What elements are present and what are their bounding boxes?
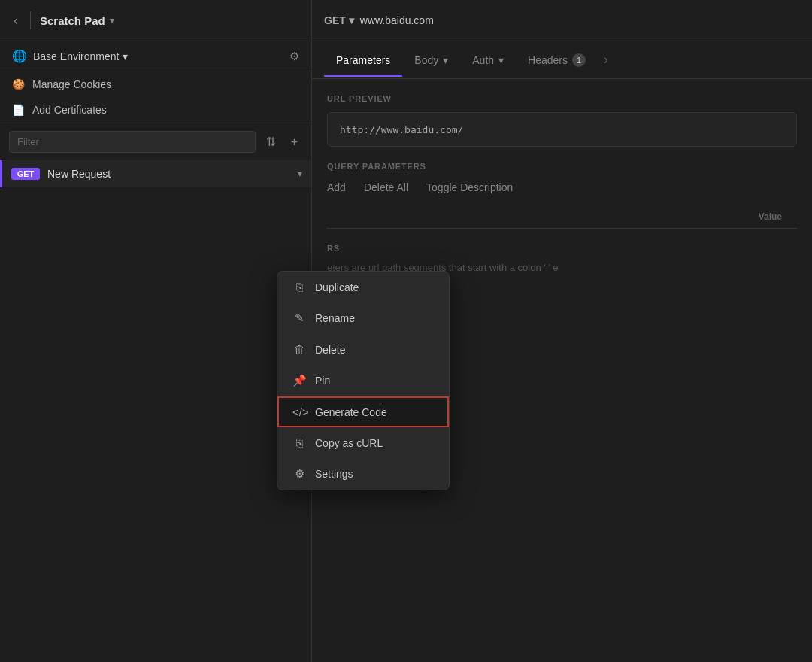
tab-auth[interactable]: Auth ▾ — [460, 44, 516, 77]
query-params-label: QUERY PARAMETERS — [327, 162, 797, 171]
method-select[interactable]: GET ▾ — [324, 14, 354, 26]
tab-parameters[interactable]: Parameters — [324, 44, 402, 77]
code-icon: </> — [292, 405, 306, 418]
menu-item-duplicate[interactable]: ⎘ Duplicate — [277, 272, 449, 302]
settings-menu-icon: ⚙ — [292, 467, 306, 481]
menu-item-rename[interactable]: ✎ Rename — [277, 302, 449, 334]
generate-code-label: Generate Code — [315, 406, 387, 418]
name-column-header — [327, 211, 555, 222]
path-params-label: RS — [327, 244, 797, 253]
add-request-button[interactable]: + — [286, 132, 302, 152]
tab-headers[interactable]: Headers 1 — [516, 43, 598, 77]
cookie-icon: 🍪 — [12, 78, 25, 90]
menu-item-copy-curl[interactable]: ⎘ Copy as cURL — [277, 427, 449, 458]
manage-cookies-link[interactable]: 🍪 Manage Cookies — [0, 71, 311, 97]
url-preview-label: URL PREVIEW — [327, 94, 797, 103]
tab-headers-label: Headers — [528, 54, 568, 66]
tab-auth-label: Auth — [472, 54, 494, 66]
params-table-header: Value — [327, 205, 797, 229]
pin-icon: 📌 — [292, 374, 306, 387]
env-label: Base Environment ▾ — [33, 50, 283, 62]
method-label: GET — [324, 14, 346, 26]
tabs-more-button[interactable]: › — [598, 41, 614, 78]
filter-bar: ⇅ + — [0, 123, 311, 160]
env-chevron[interactable]: ▾ — [123, 50, 128, 62]
filter-input[interactable] — [9, 131, 256, 153]
tab-parameters-label: Parameters — [336, 54, 390, 66]
add-param-button[interactable]: Add — [327, 181, 346, 193]
method-badge: GET — [11, 168, 40, 180]
certificate-icon: 📄 — [12, 104, 25, 116]
copy-curl-icon: ⎘ — [292, 436, 306, 449]
add-certificates-label: Add Certificates — [32, 104, 107, 116]
delete-icon: 🗑 — [292, 343, 306, 356]
method-chevron: ▾ — [349, 14, 354, 26]
tab-body[interactable]: Body ▾ — [402, 44, 460, 77]
duplicate-icon: ⎘ — [292, 281, 306, 293]
request-name: New Request — [47, 168, 290, 180]
tab-auth-chevron: ▾ — [498, 54, 504, 66]
menu-item-settings[interactable]: ⚙ Settings — [277, 458, 449, 490]
context-menu: ⎘ Duplicate ✎ Rename 🗑 Delete 📌 Pin </> … — [277, 271, 450, 490]
tab-body-label: Body — [414, 54, 438, 66]
request-item[interactable]: GET New Request ▾ — [0, 160, 311, 187]
url-preview-box: http://www.baidu.com/ — [327, 112, 797, 147]
env-bar[interactable]: 🌐 Base Environment ▾ ⚙ — [0, 41, 311, 71]
url-display[interactable]: www.baidu.com — [360, 14, 800, 26]
request-dropdown-chevron[interactable]: ▾ — [298, 169, 302, 179]
sidebar: ‹ Scratch Pad ▾ 🌐 Base Environment ▾ ⚙ 🍪… — [0, 0, 312, 662]
manage-cookies-label: Manage Cookies — [32, 78, 111, 90]
settings-label: Settings — [315, 468, 353, 480]
scratch-pad-chevron[interactable]: ▾ — [110, 16, 114, 26]
duplicate-label: Duplicate — [315, 281, 359, 293]
copy-curl-label: Copy as cURL — [315, 437, 383, 449]
delete-all-button[interactable]: Delete All — [364, 181, 408, 193]
globe-icon: 🌐 — [12, 49, 27, 63]
pin-label: Pin — [315, 375, 330, 387]
menu-item-generate-code[interactable]: </> Generate Code — [277, 396, 449, 427]
tabs-bar: Parameters Body ▾ Auth ▾ Headers 1 › — [312, 41, 812, 79]
header-divider — [30, 11, 31, 29]
url-preview-text: http://www.baidu.com/ — [340, 124, 463, 135]
value-column-header: Value — [555, 211, 798, 222]
scratch-pad-title: Scratch Pad ▾ — [40, 14, 114, 27]
settings-icon[interactable]: ⚙ — [289, 50, 299, 63]
scratch-pad-label: Scratch Pad — [40, 14, 105, 27]
add-certificates-link[interactable]: 📄 Add Certificates — [0, 97, 311, 123]
menu-item-pin[interactable]: 📌 Pin — [277, 365, 449, 396]
back-button[interactable]: ‹ — [11, 10, 21, 32]
delete-label: Delete — [315, 344, 345, 356]
sidebar-header: ‹ Scratch Pad ▾ — [0, 0, 311, 41]
url-bar: GET ▾ www.baidu.com — [312, 0, 812, 41]
rename-icon: ✎ — [292, 311, 306, 325]
sort-button[interactable]: ⇅ — [262, 132, 280, 152]
toggle-description-button[interactable]: Toggle Description — [426, 181, 513, 193]
env-name: Base Environment — [33, 50, 119, 62]
headers-badge: 1 — [572, 53, 586, 67]
tab-body-chevron: ▾ — [443, 54, 448, 66]
rename-label: Rename — [315, 312, 355, 324]
query-actions: Add Delete All Toggle Description — [327, 181, 797, 193]
menu-item-delete[interactable]: 🗑 Delete — [277, 334, 449, 365]
